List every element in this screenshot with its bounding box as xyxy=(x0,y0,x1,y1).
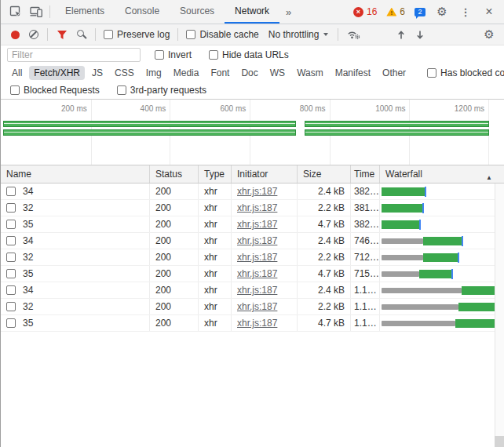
error-count-badge[interactable]: 16 xyxy=(353,6,377,17)
column-header-status[interactable]: Status xyxy=(150,165,199,183)
invert-checkbox[interactable] xyxy=(155,50,164,60)
row-checkbox[interactable] xyxy=(6,318,16,328)
request-name-cell[interactable]: 32 xyxy=(1,249,150,265)
record-button[interactable] xyxy=(7,26,24,43)
row-checkbox[interactable] xyxy=(6,187,16,196)
has-blocked-cookies-toggle[interactable]: Has blocked cookies xyxy=(424,67,504,78)
table-row[interactable]: 34200xhrxhr.js:1872.4 kB382… xyxy=(1,184,495,200)
messages-badge[interactable]: 2 xyxy=(415,8,425,16)
kebab-menu-icon[interactable] xyxy=(458,4,473,20)
warning-count-badge[interactable]: 6 xyxy=(386,6,405,17)
table-row[interactable]: 32200xhrxhr.js:1872.2 kB712… xyxy=(1,249,495,266)
request-initiator-link[interactable]: xhr.js:187 xyxy=(237,301,277,312)
disable-cache-checkbox[interactable] xyxy=(186,30,195,39)
export-har-icon[interactable] xyxy=(411,26,429,43)
table-row[interactable]: 35200xhrxhr.js:1874.7 kB382… xyxy=(1,216,495,233)
tab-sources[interactable]: Sources xyxy=(170,0,225,24)
import-har-icon[interactable] xyxy=(393,26,410,43)
more-tabs-icon[interactable] xyxy=(279,0,298,24)
column-header-time[interactable]: Time xyxy=(351,165,380,183)
request-name-cell[interactable]: 34 xyxy=(1,184,150,199)
third-party-requests-toggle[interactable]: 3rd-party requests xyxy=(114,85,210,96)
settings-gear-icon[interactable] xyxy=(435,4,449,20)
blocked-requests-checkbox[interactable] xyxy=(10,85,20,95)
request-waterfall[interactable] xyxy=(380,233,495,249)
column-header-initiator[interactable]: Initiator xyxy=(232,165,298,183)
throttling-select[interactable]: No throttling xyxy=(264,29,334,40)
third-party-requests-checkbox[interactable] xyxy=(117,85,126,95)
table-row[interactable]: 32200xhrxhr.js:1872.2 kB381… xyxy=(1,200,495,216)
request-waterfall[interactable] xyxy=(380,184,495,199)
filter-type-fetchxhr[interactable]: Fetch/XHR xyxy=(29,66,85,80)
request-waterfall[interactable] xyxy=(380,299,495,314)
row-checkbox[interactable] xyxy=(6,203,16,213)
blocked-requests-toggle[interactable]: Blocked Requests xyxy=(7,85,103,96)
filter-type-other[interactable]: Other xyxy=(378,66,411,80)
filter-type-css[interactable]: CSS xyxy=(110,66,139,80)
row-checkbox[interactable] xyxy=(6,302,16,311)
disable-cache-toggle[interactable]: Disable cache xyxy=(183,29,261,40)
request-initiator-link[interactable]: xhr.js:187 xyxy=(237,202,277,213)
request-initiator-link[interactable]: xhr.js:187 xyxy=(237,268,277,279)
hide-data-urls-checkbox[interactable] xyxy=(209,50,218,60)
request-initiator-link[interactable]: xhr.js:187 xyxy=(237,219,277,230)
request-name-cell[interactable]: 35 xyxy=(1,315,150,331)
close-icon[interactable] xyxy=(482,4,496,20)
table-row[interactable]: 34200xhrxhr.js:1872.4 kB1.1… xyxy=(1,282,495,299)
invert-toggle[interactable]: Invert xyxy=(152,49,195,60)
request-waterfall[interactable] xyxy=(380,249,495,265)
filter-type-manifest[interactable]: Manifest xyxy=(331,66,375,80)
request-name-cell[interactable]: 34 xyxy=(1,233,150,249)
network-conditions-icon[interactable] xyxy=(343,26,364,43)
request-waterfall[interactable] xyxy=(380,216,495,232)
column-header-type[interactable]: Type xyxy=(199,165,232,183)
request-waterfall[interactable] xyxy=(380,282,495,298)
request-name-cell[interactable]: 35 xyxy=(1,266,150,282)
device-toolbar-icon[interactable] xyxy=(26,2,46,21)
preserve-log-checkbox[interactable] xyxy=(104,30,113,39)
filter-type-js[interactable]: JS xyxy=(87,66,108,80)
request-waterfall[interactable] xyxy=(380,266,495,282)
column-header-waterfall[interactable]: Waterfall xyxy=(380,165,504,183)
vertical-scrollbar[interactable] xyxy=(495,184,504,447)
network-settings-gear-icon[interactable] xyxy=(482,27,496,42)
overview-timeline[interactable]: 200 ms400 ms600 ms800 ms1000 ms1200 ms xyxy=(1,100,504,165)
filter-type-wasm[interactable]: Wasm xyxy=(292,66,328,80)
table-row[interactable]: 32200xhrxhr.js:1872.2 kB1.1… xyxy=(1,299,495,315)
filter-type-doc[interactable]: Doc xyxy=(236,66,262,80)
request-initiator-link[interactable]: xhr.js:187 xyxy=(237,186,277,197)
tab-elements[interactable]: Elements xyxy=(55,0,115,24)
row-checkbox[interactable] xyxy=(6,220,16,229)
filter-input[interactable] xyxy=(7,48,141,62)
filter-type-font[interactable]: Font xyxy=(206,66,234,80)
hide-data-urls-toggle[interactable]: Hide data URLs xyxy=(206,49,292,60)
request-waterfall[interactable] xyxy=(380,315,495,331)
request-name-cell[interactable]: 34 xyxy=(1,282,150,298)
row-checkbox[interactable] xyxy=(6,285,16,295)
request-name-cell[interactable]: 32 xyxy=(1,299,150,314)
table-row[interactable]: 34200xhrxhr.js:1872.4 kB746… xyxy=(1,233,495,249)
filter-funnel-icon[interactable] xyxy=(53,26,71,43)
request-initiator-link[interactable]: xhr.js:187 xyxy=(237,318,277,329)
table-row[interactable]: 35200xhrxhr.js:1874.7 kB715… xyxy=(1,266,495,282)
request-initiator-link[interactable]: xhr.js:187 xyxy=(237,252,277,263)
row-checkbox[interactable] xyxy=(6,253,16,262)
clear-button[interactable] xyxy=(25,26,42,43)
search-icon[interactable] xyxy=(73,26,90,43)
filter-type-media[interactable]: Media xyxy=(169,66,204,80)
has-blocked-cookies-checkbox[interactable] xyxy=(427,68,436,78)
filter-type-all[interactable]: All xyxy=(7,66,27,80)
request-name-cell[interactable]: 32 xyxy=(1,200,150,216)
row-checkbox[interactable] xyxy=(6,236,16,245)
filter-type-ws[interactable]: WS xyxy=(265,66,290,80)
request-waterfall[interactable] xyxy=(380,200,495,216)
table-row[interactable]: 35200xhrxhr.js:1874.7 kB1.1… xyxy=(1,315,495,332)
column-header-size[interactable]: Size xyxy=(298,165,351,183)
tab-network[interactable]: Network xyxy=(225,0,279,24)
row-checkbox[interactable] xyxy=(6,269,16,278)
request-initiator-link[interactable]: xhr.js:187 xyxy=(237,285,277,296)
filter-type-img[interactable]: Img xyxy=(141,66,166,80)
column-header-name[interactable]: Name xyxy=(1,165,150,183)
request-name-cell[interactable]: 35 xyxy=(1,216,150,232)
preserve-log-toggle[interactable]: Preserve log xyxy=(100,29,173,40)
